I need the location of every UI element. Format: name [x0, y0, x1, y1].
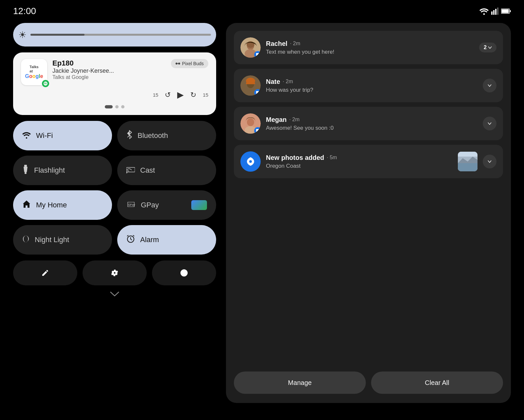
- svg-point-38: [249, 160, 252, 163]
- svg-marker-13: [24, 167, 28, 172]
- gpay-toggle[interactable]: G Pay GPay: [117, 190, 216, 220]
- media-player: Talksat Google Ep180 Jackie Joyner-Kerse…: [13, 52, 216, 115]
- notification-rachel[interactable]: Rachel · 2m Text me when you get here! 2: [234, 31, 503, 64]
- main-layout: ☀ Talksat Google: [0, 20, 524, 417]
- notif-time-photos: · 5m: [327, 155, 337, 161]
- manage-button[interactable]: Manage: [234, 372, 366, 394]
- notification-nate[interactable]: Nate · 2m How was your trip?: [234, 69, 503, 102]
- notif-message-photos: Oregon Coast: [266, 163, 453, 169]
- cast-toggle[interactable]: Cast: [117, 156, 216, 185]
- chevron-down[interactable]: [13, 291, 216, 296]
- flashlight-label: Flashlight: [34, 166, 65, 175]
- notification-photos[interactable]: New photos added · 5m Oregon Coast: [234, 145, 503, 178]
- bluetooth-toggle[interactable]: Bluetooth: [117, 121, 216, 150]
- oregon-coast-thumb: [458, 152, 477, 171]
- alarm-toggle[interactable]: Alarm: [117, 225, 216, 255]
- notif-time-megan: · 2m: [289, 117, 299, 123]
- notif-header-rachel: Rachel · 2m: [266, 40, 474, 48]
- moon-icon: [22, 235, 29, 245]
- cast-icon: [126, 165, 135, 176]
- forward-label: 15: [203, 92, 208, 98]
- chevron-down-icon: [110, 291, 120, 296]
- power-button[interactable]: [152, 260, 216, 285]
- notif-message-megan: Awesome! See you soon :0: [266, 125, 477, 131]
- power-icon: [180, 269, 188, 277]
- brightness-track[interactable]: [30, 34, 211, 36]
- chevron-megan: [488, 122, 492, 125]
- svg-rect-6: [510, 10, 511, 12]
- alarm-icon: [126, 234, 135, 246]
- message-badge-nate: [254, 89, 261, 96]
- message-badge-rachel: [254, 51, 261, 58]
- dot-3: [121, 105, 124, 108]
- status-time: 12:00: [13, 6, 36, 16]
- wifi-label: Wi-Fi: [36, 131, 53, 140]
- settings-button[interactable]: [83, 260, 147, 285]
- app-name-1: Talksat: [29, 65, 38, 73]
- media-info: Ep180 Jackie Joyner-Kersee... Talks at G…: [52, 59, 166, 80]
- media-subtitle: Talks at Google: [52, 74, 166, 80]
- quick-settings-panel: ☀ Talksat Google: [13, 23, 216, 413]
- status-icons: [479, 8, 511, 15]
- toggles-grid: Wi-Fi Bluetooth: [13, 121, 216, 255]
- action-buttons: [13, 260, 216, 285]
- notif-count-rachel[interactable]: 2: [479, 43, 496, 52]
- clear-all-button[interactable]: Clear All: [371, 372, 503, 394]
- myhome-label: My Home: [36, 201, 67, 209]
- svg-line-23: [133, 235, 134, 236]
- bluetooth-label: Bluetooth: [138, 131, 168, 140]
- flashlight-toggle[interactable]: Flashlight: [13, 156, 112, 185]
- media-top: Talksat Google Ep180 Jackie Joyner-Kerse…: [21, 59, 208, 85]
- gpay-label: GPay: [141, 201, 159, 209]
- svg-rect-4: [497, 8, 498, 15]
- media-controls: 15 ↺ ▶ ↻ 15: [21, 90, 208, 100]
- svg-point-0: [483, 13, 485, 15]
- gpay-card: [191, 200, 207, 210]
- expand-megan[interactable]: [483, 117, 496, 130]
- expand-nate[interactable]: [483, 79, 496, 92]
- notif-name-nate: Nate: [266, 78, 280, 86]
- notif-header-nate: Nate · 2m: [266, 78, 477, 86]
- notif-time-nate: · 2m: [283, 79, 293, 85]
- signal-icon: [491, 8, 498, 15]
- play-button[interactable]: ▶: [177, 90, 184, 100]
- svg-rect-2: [493, 10, 495, 15]
- nightlight-toggle[interactable]: Night Light: [13, 225, 112, 255]
- chevron-rachel: [488, 46, 492, 49]
- notif-header-megan: Megan · 2m: [266, 116, 477, 124]
- wifi-icon: [22, 131, 31, 141]
- media-app-icon: Talksat Google: [21, 59, 47, 85]
- svg-rect-14: [25, 172, 27, 174]
- photo-thumbnail: [458, 152, 477, 171]
- notif-message-rachel: Text me when you get here!: [266, 49, 474, 55]
- edit-button[interactable]: [13, 260, 77, 285]
- pixel-buds-label: Pixel Buds: [182, 61, 204, 66]
- notification-megan[interactable]: Megan · 2m Awesome! See you soon :0: [234, 107, 503, 140]
- avatar-photos: [240, 151, 261, 172]
- expand-photos[interactable]: [483, 155, 496, 168]
- brightness-row: ☀: [13, 23, 216, 47]
- notif-content-rachel: Rachel · 2m Text me when you get here!: [266, 40, 474, 55]
- svg-rect-42: [458, 152, 477, 157]
- svg-rect-40: [458, 163, 477, 171]
- forward-button[interactable]: ↻: [190, 91, 196, 99]
- myhome-toggle[interactable]: My Home: [13, 190, 112, 220]
- gpay-icon: G Pay: [126, 200, 136, 210]
- svg-point-8: [176, 63, 178, 65]
- svg-rect-34: [246, 83, 255, 84]
- spotify-badge: [42, 80, 49, 87]
- rewind-button[interactable]: ↺: [165, 91, 171, 99]
- cast-label: Cast: [140, 166, 155, 175]
- svg-point-9: [178, 63, 180, 65]
- wifi-status-icon: [479, 8, 489, 15]
- rewind-label: 15: [153, 92, 159, 98]
- wifi-toggle[interactable]: Wi-Fi: [13, 121, 112, 150]
- flashlight-icon: [22, 165, 29, 176]
- google-logo: Google: [25, 73, 43, 79]
- svg-text:Pay: Pay: [130, 203, 135, 206]
- notif-header-photos: New photos added · 5m: [266, 154, 453, 162]
- svg-rect-12: [24, 165, 27, 167]
- brightness-slider[interactable]: ☀: [13, 23, 216, 47]
- svg-rect-15: [126, 167, 135, 172]
- nightlight-label: Night Light: [35, 236, 69, 244]
